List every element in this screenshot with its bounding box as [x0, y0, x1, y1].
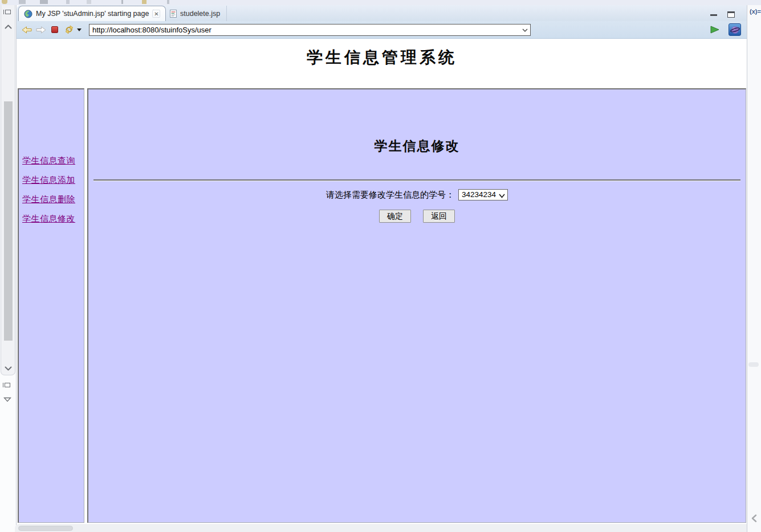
left-minimized-rail	[0, 5, 16, 532]
forward-arrow-icon	[36, 26, 46, 34]
toolbar-fragment-icon	[19, 0, 26, 4]
section-heading: 学生信息修改	[88, 137, 746, 155]
view-window-controls	[710, 11, 735, 18]
form-prompt-label: 请选择需要修改学生信息的学号：	[326, 190, 454, 200]
refresh-button[interactable]	[64, 25, 74, 34]
refresh-menu-button[interactable]	[77, 28, 82, 31]
horizontal-scrollbar-thumb[interactable]	[18, 526, 73, 531]
toolbar-fragment-icon	[87, 0, 91, 4]
horizontal-scrollbar[interactable]	[15, 524, 761, 532]
sidebar-link-delete[interactable]: 学生信息删除	[22, 190, 84, 209]
chevron-down-icon	[77, 28, 82, 31]
browser-toolbar	[17, 21, 747, 39]
ok-button[interactable]: 确定	[379, 210, 411, 223]
main-frame: 学生信息修改 请选择需要修改学生信息的学号： 34234234 确定 返回	[87, 88, 746, 523]
form-buttons-row: 确定 返回	[88, 210, 746, 223]
maximize-icon[interactable]	[727, 11, 735, 18]
toolbar-fragment-icon	[121, 0, 123, 4]
top-cutoff-toolbar	[0, 0, 761, 5]
right-minimized-rail: (x)=	[747, 5, 761, 532]
stop-icon	[51, 26, 58, 33]
scroll-down-icon[interactable]	[5, 366, 12, 371]
sidebar-frame: 学生信息查询 学生信息添加 学生信息删除 学生信息修改	[18, 88, 84, 523]
toolbar-fragment-icon	[40, 0, 48, 4]
sidebar-link-query[interactable]: 学生信息查询	[22, 151, 84, 170]
address-dropdown-icon[interactable]	[522, 28, 528, 32]
web-sphere-icon	[730, 25, 740, 35]
jsp-file-icon	[170, 10, 177, 18]
editor-tab-bar: My JSP 'stuAdmin.jsp' starting page ✕ st…	[17, 5, 747, 21]
collapse-left-icon[interactable]	[751, 514, 757, 522]
variables-view-icon[interactable]: (x)=	[750, 8, 761, 15]
address-input[interactable]	[89, 24, 531, 36]
divider	[93, 179, 740, 181]
view-menu-dropdown-icon[interactable]	[3, 397, 11, 402]
tab-label: My JSP 'stuAdmin.jsp' starting page	[36, 10, 149, 18]
sidebar-link-modify[interactable]: 学生信息修改	[22, 209, 84, 228]
scroll-up-icon[interactable]	[5, 24, 12, 29]
restore-view-icon[interactable]	[5, 383, 10, 387]
student-select-row: 请选择需要修改学生信息的学号： 34234234	[88, 189, 746, 200]
back-button[interactable]	[22, 26, 32, 34]
restore-view-icon[interactable]	[5, 10, 11, 14]
sidebar-nav: 学生信息查询 学生信息添加 学生信息删除 学生信息修改	[19, 89, 84, 228]
go-button[interactable]	[710, 26, 719, 34]
tab-label: studelete.jsp	[180, 10, 220, 18]
address-combo	[89, 24, 531, 36]
editor-area: My JSP 'stuAdmin.jsp' starting page ✕ st…	[16, 5, 747, 532]
forward-button[interactable]	[36, 26, 46, 34]
back-arrow-icon	[22, 26, 32, 34]
globe-icon	[24, 10, 32, 18]
tab-studelete[interactable]: studelete.jsp	[164, 6, 227, 21]
left-scroll-panel	[1, 5, 15, 375]
student-id-select[interactable]: 34234234	[458, 189, 508, 200]
page-title: 学生信息管理系统	[17, 47, 747, 68]
open-external-browser-button[interactable]	[729, 23, 741, 36]
toolbar-fragment-icon	[66, 0, 70, 4]
vertical-scrollbar-thumb[interactable]	[4, 101, 13, 341]
go-play-icon	[710, 26, 719, 34]
selected-student-id: 34234234	[462, 190, 496, 199]
toolbar-fragment-icon	[2, 0, 7, 4]
stop-button[interactable]	[51, 26, 58, 33]
browser-content: 学生信息管理系统 学生信息查询 学生信息添加 学生信息删除 学生信息修改 学生信…	[17, 39, 747, 524]
back-button-form[interactable]: 返回	[423, 210, 455, 223]
sidebar-link-add[interactable]: 学生信息添加	[22, 170, 84, 190]
toolbar-fragment-icon	[142, 0, 146, 4]
select-chevron-icon	[499, 194, 505, 198]
refresh-icon	[64, 25, 74, 34]
toolbar-fragment-icon	[167, 0, 169, 4]
rail-divider	[748, 362, 759, 367]
close-icon[interactable]: ✕	[152, 10, 160, 18]
minimize-icon[interactable]	[710, 14, 717, 16]
tab-stuadmin-browser[interactable]: My JSP 'stuAdmin.jsp' starting page ✕	[18, 6, 166, 21]
